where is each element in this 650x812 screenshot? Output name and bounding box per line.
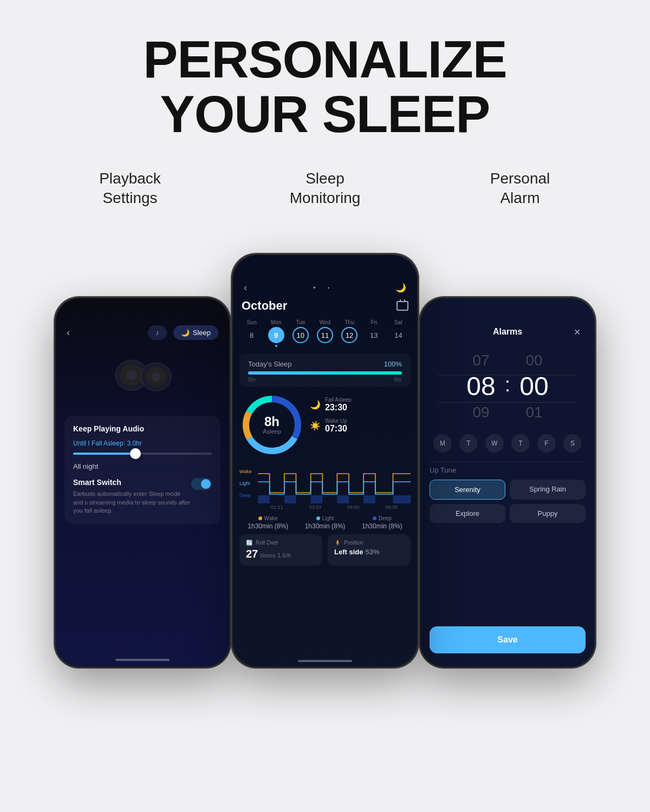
legend-dot-light — [316, 516, 320, 520]
wake-tune-label: Up Tune — [421, 466, 594, 480]
roll-section: 🔄 Roll Over 27 times 1.6/h 🧍 Pos — [239, 534, 411, 566]
phone-left: ‹ ♪ 🌙 Sleep — [56, 298, 229, 666]
back-arrow-icon[interactable]: ‹ — [67, 327, 70, 338]
position-icon: 🧍 — [334, 540, 341, 546]
progress-labels: 8hr 8hr — [248, 377, 402, 383]
legend-light: Light 1h30min (8%) — [305, 515, 346, 530]
day-T2[interactable]: T — [511, 434, 530, 453]
until-value: 3.0hr — [127, 440, 141, 447]
until-asleep-row: Until I Fall Asleep: 3.0hr — [73, 440, 212, 447]
phone-right: Alarms ✕ 07 08 09 : 00 — [421, 298, 594, 666]
phone-center-border: ‹ ✦ ✦ 🌙 October — [231, 253, 419, 668]
sleep-stats: 8h Asleep 🌙 Fall Asleep 23:30 — [239, 392, 411, 457]
position-header: 🧍 Position — [334, 540, 404, 546]
day-F[interactable]: F — [537, 434, 556, 453]
day-S[interactable]: S — [563, 434, 582, 453]
tune-puppy[interactable]: Puppy — [510, 504, 586, 523]
rollover-card: 🔄 Roll Over 27 times 1.6/h — [239, 534, 322, 566]
hero-title: PERSONALIZE YOUR SLEEP — [143, 32, 507, 142]
phones-container: ‹ ♪ 🌙 Sleep — [22, 224, 628, 668]
minutes-above: 00 — [512, 352, 556, 369]
spacer-flex — [421, 523, 594, 627]
chart-x-labels: 01:11 03:33 06:00 08:30 — [251, 505, 417, 513]
smart-switch-left: Smart Switch Earbuds automatically enter… — [73, 478, 191, 515]
center-back-arrow[interactable]: ‹ — [244, 282, 247, 293]
x-label-2: 03:33 — [309, 505, 321, 510]
minutes-current: 00 — [512, 372, 556, 401]
x-label-4: 08:30 — [385, 505, 398, 510]
wake-up-label: Wake Up — [325, 418, 347, 424]
save-button[interactable]: Save — [430, 626, 586, 653]
day-mon[interactable]: Mon 9 — [268, 319, 284, 347]
smart-switch-toggle[interactable] — [191, 478, 212, 490]
tune-spring-rain[interactable]: Spring Rain — [510, 480, 586, 500]
star1: ✦ — [313, 285, 316, 290]
sleep-legend: Wake 1h30min (8%) Light 1h30min (8%) — [233, 513, 417, 534]
sleep-tab[interactable]: 🌙 Sleep — [173, 325, 218, 340]
legend-dot-wake — [258, 516, 262, 520]
progress-left: 8hr — [248, 377, 256, 383]
wake-up-info: Wake Up 07:30 — [325, 418, 347, 434]
sleep-details: 🌙 Fall Asleep 23:30 ☀️ Wake Up — [310, 392, 411, 434]
day-W[interactable]: W — [485, 434, 504, 453]
star2: ✦ — [327, 286, 330, 290]
phone-left-border: ‹ ♪ 🌙 Sleep — [54, 297, 231, 668]
day-fri[interactable]: Fri 13 — [366, 319, 382, 347]
fall-asleep-info: Fall Asleep 23:30 — [325, 397, 352, 412]
left-screen: ‹ ♪ 🌙 Sleep — [56, 298, 229, 666]
rollover-sub: times 1.6/h — [260, 552, 291, 559]
day-sat[interactable]: Sat 14 — [390, 319, 406, 347]
wake-up-item: ☀️ Wake Up 07:30 — [310, 418, 411, 434]
fall-asleep-label: Fall Asleep — [325, 397, 352, 403]
fall-asleep-time: 23:30 — [325, 403, 352, 412]
sleep-tab-label: Sleep — [193, 329, 211, 337]
day-M[interactable]: M — [433, 434, 452, 453]
time-picker: 07 08 09 : 00 00 01 — [421, 347, 594, 429]
tune-serenity[interactable]: Serenity — [430, 480, 505, 500]
position-card: 🧍 Position Left side 53% — [328, 534, 411, 566]
day-tue[interactable]: Tue 10 — [292, 319, 309, 347]
title-line2: YOUR SLEEP — [143, 87, 507, 142]
hours-above: 07 — [459, 352, 503, 369]
until-label: Until I Fall Asleep: — [73, 440, 127, 447]
position-label: Position — [344, 540, 363, 546]
column-label-center: SleepMonitoring — [244, 169, 406, 208]
slider-thumb[interactable] — [130, 448, 141, 459]
all-night-label: All night — [73, 462, 212, 470]
day-T1[interactable]: T — [459, 434, 478, 453]
settings-card: Keep Playing Audio Until I Fall Asleep: … — [64, 416, 220, 523]
music-tab[interactable]: ♪ — [148, 325, 167, 340]
alarms-header: Alarms ✕ — [421, 298, 594, 347]
center-screen: ‹ ✦ ✦ 🌙 October — [233, 255, 417, 666]
toggle-knob — [201, 479, 211, 489]
legend-dot-deep — [373, 516, 376, 520]
chart-header: Wake Light Deep — [239, 463, 411, 503]
sleep-progress-header: Today's Sleep 100% — [248, 360, 402, 368]
close-button[interactable]: ✕ — [570, 325, 583, 338]
minutes-below: 01 — [512, 404, 556, 421]
week-row: Sun 8 Mon 9 Tue 10 Wed — [233, 316, 417, 350]
month-title: October — [242, 299, 287, 313]
tune-grid: Serenity Spring Rain Explore Puppy — [421, 480, 594, 523]
hours-current: 08 — [459, 372, 503, 401]
svg-point-2 — [126, 370, 137, 380]
chart-y-labels: Wake Light Deep — [239, 469, 258, 498]
sleep-timer-slider[interactable] — [73, 453, 212, 455]
legend-deep: Deep 1h30min (8%) — [362, 515, 402, 530]
tune-explore[interactable]: Explore — [430, 504, 505, 523]
hours-col[interactable]: 07 08 09 — [459, 352, 503, 421]
calendar-icon[interactable] — [396, 301, 408, 311]
minutes-col[interactable]: 00 00 01 — [512, 352, 556, 421]
month-row: October — [233, 299, 417, 316]
slider-fill — [73, 453, 135, 455]
day-wed[interactable]: Wed 11 — [317, 319, 333, 347]
donut-hours: 8h — [263, 415, 281, 428]
phone-left-wrapper: ‹ ♪ 🌙 Sleep — [54, 297, 231, 668]
today-sleep-pct: 100% — [384, 360, 402, 368]
rollover-label: Roll Over — [256, 540, 278, 546]
moon-icon: 🌙 — [395, 283, 406, 293]
time-colon: : — [505, 374, 510, 401]
day-thu[interactable]: Thu 12 — [341, 319, 358, 347]
day-sun[interactable]: Sun 8 — [244, 319, 260, 347]
days-row: M T W T F S — [421, 430, 594, 457]
